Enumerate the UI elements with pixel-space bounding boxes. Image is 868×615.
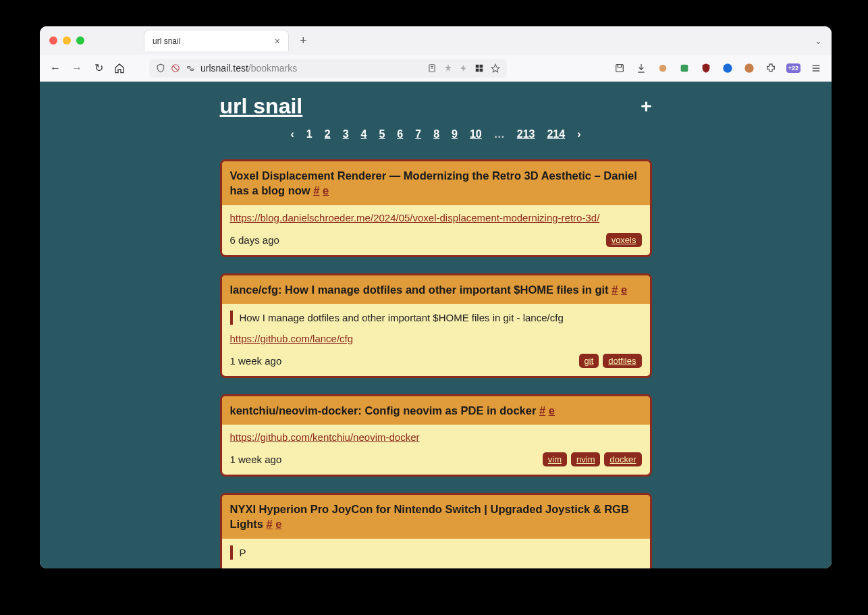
new-tab-button[interactable]: +: [300, 34, 307, 48]
bookmark-title-bar: NYXI Hyperion Pro JoyCon for Nintendo Sw…: [222, 495, 650, 539]
pagination-page-current: 1: [306, 128, 313, 140]
toolbar: ← → ↻ urlsnail.test/bookmarks: [40, 55, 832, 82]
bookmark-url[interactable]: https://nyxigame.com/products/wireless-n…: [230, 568, 642, 568]
tag[interactable]: vim: [543, 452, 567, 466]
pagination-next[interactable]: ›: [577, 128, 580, 140]
bookmark-url[interactable]: https://github.com/kentchiu/neovim-docke…: [230, 431, 642, 443]
shield-icon: [156, 63, 165, 73]
pagination-page[interactable]: 213: [517, 128, 535, 140]
1password-icon[interactable]: [722, 62, 734, 74]
bookmark-body: Phttps://nyxigame.com/products/wireless-…: [222, 539, 650, 568]
tag[interactable]: docker: [604, 452, 641, 466]
bookmark-url[interactable]: https://blog.danielschroeder.me/2024/05/…: [230, 212, 642, 223]
pagination-page[interactable]: 3: [343, 128, 349, 140]
url-text: urlsnail.test/bookmarks: [200, 63, 297, 74]
permissions-icon: [186, 63, 195, 73]
pagination-page[interactable]: 5: [379, 128, 385, 140]
bookmark-footer: 1 week agogitdotfiles: [230, 354, 642, 368]
bookmark-body: https://blog.danielschroeder.me/2024/05/…: [222, 205, 650, 255]
page-viewport[interactable]: url snail + ‹ 1 2 3 4 5 6 7 8 9 10 … 213…: [40, 82, 832, 568]
pagination-page[interactable]: 9: [452, 128, 458, 140]
svg-rect-8: [476, 68, 479, 72]
bookmark-star-icon[interactable]: [491, 63, 500, 73]
extension-icon-1[interactable]: [657, 62, 669, 74]
browser-tab[interactable]: url snail ×: [144, 30, 289, 51]
svg-rect-6: [476, 64, 479, 68]
bookmark-body: https://github.com/kentchiu/neovim-docke…: [222, 425, 650, 475]
tabs-overflow-icon[interactable]: ⌄: [815, 36, 822, 46]
pagination-page[interactable]: 6: [397, 128, 403, 140]
bookmark-url[interactable]: https://github.com/lance/cfg: [230, 333, 642, 344]
pagination: ‹ 1 2 3 4 5 6 7 8 9 10 … 213 214 ›: [220, 128, 652, 140]
avatar-icon[interactable]: [743, 62, 755, 74]
svg-rect-12: [680, 64, 688, 72]
download-icon[interactable]: [635, 62, 647, 74]
bookmark-card: Voxel Displacement Renderer — Modernizin…: [220, 159, 652, 257]
svg-rect-2: [190, 69, 194, 70]
tag[interactable]: nvim: [571, 452, 600, 466]
extensions-icon[interactable]: [765, 62, 777, 74]
lightning-icon[interactable]: [460, 63, 468, 73]
home-button[interactable]: [114, 63, 126, 74]
bookmark-title: lance/cfg: How I manage dotfiles and oth…: [230, 284, 612, 296]
reload-button[interactable]: ↻: [92, 61, 105, 74]
site-title[interactable]: url snail: [220, 94, 303, 119]
save-page-icon[interactable]: [614, 62, 626, 74]
bookmark-edit-link[interactable]: e: [275, 518, 281, 530]
pagination-ellipsis: …: [494, 128, 505, 140]
bookmark-card: kentchiu/neovim-docker: Config neovim as…: [220, 394, 652, 477]
bookmark-body: How I manage dotfiles and other importan…: [222, 304, 650, 376]
pagination-page[interactable]: 4: [361, 128, 367, 140]
tag[interactable]: dotfiles: [603, 354, 641, 368]
window-controls: [49, 36, 84, 45]
hamburger-menu-icon[interactable]: [810, 62, 822, 74]
pagination-page[interactable]: 2: [325, 128, 331, 140]
url-host: urlsnail.test: [200, 63, 248, 74]
close-window-button[interactable]: [49, 36, 57, 45]
minimize-window-button[interactable]: [63, 36, 71, 45]
browser-window: url snail × + ⌄ ← → ↻ urlsnail.test/book…: [40, 26, 832, 568]
page-content: url snail + ‹ 1 2 3 4 5 6 7 8 9 10 … 213…: [220, 82, 652, 568]
bookmark-edit-link[interactable]: e: [323, 184, 329, 196]
pin-icon[interactable]: [443, 63, 453, 73]
bookmark-edit-link[interactable]: e: [621, 284, 627, 296]
bookmark-timestamp: 6 days ago: [230, 234, 279, 246]
tag[interactable]: git: [579, 354, 599, 368]
bookmark-title: kentchiu/neovim-docker: Config neovim as…: [230, 404, 539, 417]
bookmark-title-bar: kentchiu/neovim-docker: Config neovim as…: [222, 396, 650, 425]
svg-point-13: [723, 63, 732, 72]
bookmark-card: NYXI Hyperion Pro JoyCon for Nintendo Sw…: [220, 493, 652, 568]
back-button[interactable]: ←: [49, 62, 61, 74]
svg-rect-9: [480, 68, 483, 72]
maximize-window-button[interactable]: [76, 36, 84, 45]
bookmark-permalink[interactable]: #: [267, 518, 273, 530]
reader-mode-icon[interactable]: [427, 63, 437, 73]
bookmark-tags: gitdotfiles: [579, 354, 642, 368]
add-bookmark-button[interactable]: +: [641, 96, 651, 117]
bookmark-footer: 1 week agovimnvimdocker: [230, 452, 642, 466]
pagination-page[interactable]: 7: [415, 128, 421, 140]
pagination-page[interactable]: 10: [470, 128, 482, 140]
grid-icon[interactable]: [474, 63, 484, 73]
extension-badge[interactable]: +22: [786, 63, 801, 73]
page-header: url snail +: [220, 94, 652, 119]
forward-button[interactable]: →: [71, 62, 83, 74]
address-bar[interactable]: urlsnail.test/bookmarks: [149, 59, 507, 78]
ublock-icon[interactable]: [700, 62, 712, 74]
bookmark-description: How I manage dotfiles and other importan…: [230, 311, 642, 325]
bookmark-edit-link[interactable]: e: [549, 404, 555, 417]
titlebar: url snail × + ⌄: [40, 26, 832, 55]
bookmark-permalink[interactable]: #: [313, 184, 319, 196]
svg-point-11: [659, 64, 666, 72]
pagination-prev[interactable]: ‹: [290, 128, 294, 140]
tab-close-icon[interactable]: ×: [275, 36, 280, 47]
tag[interactable]: voxels: [606, 233, 642, 247]
pagination-page[interactable]: 214: [547, 128, 565, 140]
svg-rect-10: [616, 64, 623, 72]
svg-rect-7: [480, 64, 483, 68]
bookmark-description: P: [230, 545, 642, 560]
pagination-page[interactable]: 8: [433, 128, 439, 140]
bookmark-permalink[interactable]: #: [539, 404, 545, 417]
bookmark-permalink[interactable]: #: [612, 284, 618, 296]
extension-icon-2[interactable]: [678, 62, 690, 74]
